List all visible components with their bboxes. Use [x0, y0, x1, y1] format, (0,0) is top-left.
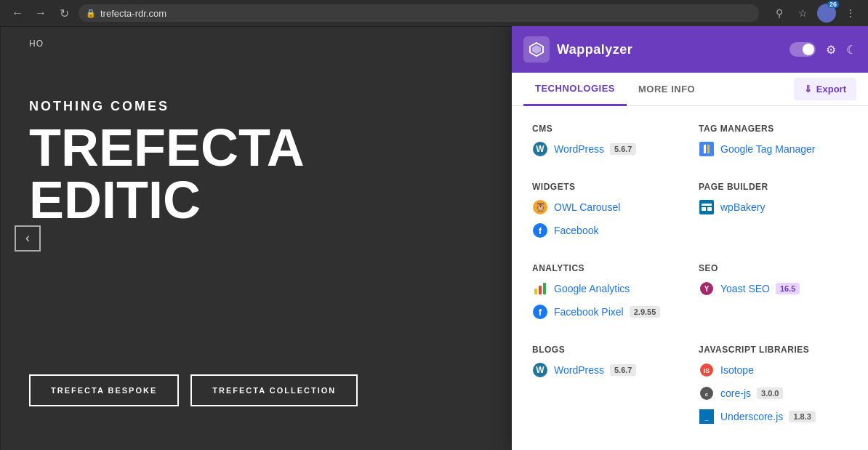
section-js-libraries-title: JavaScript libraries — [699, 345, 848, 355]
menu-button[interactable]: ⋮ — [842, 4, 859, 22]
lock-icon: 🔒 — [86, 9, 96, 18]
wordpress-cms-version: 5.6.7 — [610, 143, 636, 155]
section-cms-title: CMS — [532, 124, 681, 134]
section-widgets: Widgets 🦉 OWL Carousel f Facebook — [523, 176, 690, 257]
svg-text:c: c — [705, 391, 709, 398]
wappalyzer-theme-button[interactable]: ☾ — [846, 43, 856, 57]
corejs-link[interactable]: core-js — [720, 387, 751, 399]
section-cms: CMS W WordPress 5.6.7 — [523, 118, 690, 176]
star-button[interactable]: ☆ — [794, 4, 811, 22]
item-underscore: _ Underscore.js 1.8.3 — [699, 409, 848, 425]
nav-home[interactable]: HO — [29, 39, 44, 49]
svg-text:IS: IS — [704, 367, 710, 374]
bookmark-button[interactable]: ⚲ — [771, 4, 788, 22]
wappalyzer-title: Wappalyzer — [557, 42, 632, 57]
wappalyzer-content: CMS W WordPress 5.6.7 Tag managers — [512, 106, 868, 450]
isotope-icon: IS — [699, 362, 715, 378]
tab-more-info[interactable]: MORE INFO — [627, 73, 707, 105]
profile-button[interactable]: 26 — [817, 4, 836, 23]
wordpress-cms-icon: W — [532, 141, 548, 157]
forward-button[interactable]: → — [32, 4, 49, 22]
tab-technologies[interactable]: TECHNOLOGIES — [523, 73, 627, 106]
owl-carousel-link[interactable]: OWL Carousel — [554, 201, 620, 213]
section-tag-managers-title: Tag managers — [699, 124, 848, 134]
svg-text:Y: Y — [704, 285, 710, 293]
underscore-icon: _ — [699, 409, 715, 425]
tab-group: TECHNOLOGIES MORE INFO — [523, 73, 707, 105]
facebook-widget-icon: f — [532, 222, 548, 238]
corejs-icon: c — [699, 385, 715, 401]
svg-rect-6 — [702, 204, 712, 206]
hero-main-text: TREFECTA EDITIC — [29, 121, 305, 226]
owl-icon: 🦉 — [533, 200, 547, 214]
google-analytics-link[interactable]: Google Analytics — [554, 283, 630, 294]
reload-button[interactable]: ↻ — [55, 4, 73, 22]
facebook-pixel-icon: f — [532, 304, 548, 320]
address-bar[interactable]: 🔒 trefecta-rdr.com — [79, 4, 759, 22]
svg-marker-1 — [532, 45, 541, 54]
section-blogs: Blogs W WordPress 5.6.7 — [523, 339, 690, 443]
yoast-seo-link[interactable]: Yoast SEO — [720, 283, 770, 294]
wappalyzer-logo-icon — [523, 36, 550, 63]
item-gtm: Google Tag Manager — [699, 141, 848, 157]
item-wordpress-cms: W WordPress 5.6.7 — [532, 141, 681, 157]
wpbakery-icon — [699, 199, 715, 215]
svg-text:_: _ — [704, 413, 709, 421]
facebook-pixel-link[interactable]: Facebook Pixel — [554, 306, 624, 318]
cta-bespoke-button[interactable]: TREFECTA BESPOKE — [29, 374, 179, 406]
wappalyzer-tabs: TECHNOLOGIES MORE INFO ⇓ Export — [512, 73, 868, 106]
item-corejs: c core-js 3.0.0 — [699, 385, 848, 401]
corejs-version: 3.0.0 — [757, 387, 783, 399]
yoast-seo-version: 16.5 — [776, 283, 800, 294]
item-facebook-pixel: f Facebook Pixel 2.9.55 — [532, 304, 681, 320]
section-analytics: Analytics Google Analytics f — [523, 257, 690, 339]
svg-rect-3 — [704, 145, 706, 153]
wordpress-blog-version: 5.6.7 — [610, 364, 636, 376]
hero-subtitle: NOTHING COMES — [29, 99, 305, 114]
isotope-link[interactable]: Isotope — [720, 364, 754, 376]
item-google-analytics: Google Analytics — [532, 281, 681, 297]
underscore-version: 1.8.3 — [789, 411, 815, 422]
gtm-link[interactable]: Google Tag Manager — [720, 143, 816, 155]
section-tag-managers: Tag managers Google Tag Manager — [690, 118, 856, 176]
item-facebook-widget: f Facebook — [532, 222, 681, 238]
hero-line1: TREFECTA — [29, 121, 305, 174]
wordpress-blog-link[interactable]: WordPress — [554, 364, 604, 376]
export-button[interactable]: ⇓ Export — [794, 78, 856, 100]
hero-text: NOTHING COMES TREFECTA EDITIC — [29, 99, 305, 226]
cta-buttons: TREFECTA BESPOKE TREFECTA COLLECTION — [29, 374, 358, 406]
svg-rect-8 — [707, 207, 712, 211]
export-icon: ⇓ — [804, 84, 812, 95]
wappalyzer-settings-button[interactable]: ⚙ — [826, 43, 836, 57]
facebook-pixel-version: 2.9.55 — [630, 306, 661, 318]
wappalyzer-toggle[interactable] — [789, 42, 816, 57]
svg-rect-10 — [539, 286, 542, 294]
wpbakery-link[interactable]: wpBakery — [720, 201, 765, 213]
wp-blog-icon: W — [533, 363, 547, 377]
wappalyzer-logo: Wappalyzer — [523, 36, 632, 63]
svg-rect-11 — [543, 283, 546, 294]
wappalyzer-controls: ⚙ ☾ — [789, 42, 856, 57]
google-analytics-icon — [532, 281, 548, 297]
wappalyzer-header: Wappalyzer ⚙ ☾ — [512, 26, 868, 73]
url-text: trefecta-rdr.com — [100, 8, 166, 19]
slider-prev[interactable]: ‹ — [15, 225, 41, 252]
wordpress-blog-icon: W — [532, 362, 548, 378]
page-background: HO US NOTHING COMES TREFECTA EDITIC ‹ TR… — [0, 26, 868, 450]
item-wordpress-blog: W WordPress 5.6.7 — [532, 362, 681, 378]
wordpress-cms-link[interactable]: WordPress — [554, 143, 604, 155]
section-blogs-title: Blogs — [532, 345, 681, 355]
cta-collection-button[interactable]: TREFECTA COLLECTION — [190, 374, 358, 406]
gtm-icon — [699, 141, 715, 157]
wp-icon: W — [533, 142, 547, 156]
facebook-link[interactable]: Facebook — [554, 225, 598, 236]
section-seo-title: SEO — [699, 263, 848, 273]
svg-rect-9 — [534, 289, 537, 294]
browser-chrome: ← → ↻ 🔒 trefecta-rdr.com ⚲ ☆ 26 ⋮ — [0, 0, 868, 26]
underscore-link[interactable]: Underscore.js — [720, 411, 783, 422]
yoast-seo-icon: Y — [699, 281, 715, 297]
svg-rect-2 — [699, 142, 714, 156]
export-label: Export — [816, 84, 846, 95]
item-owl-carousel: 🦉 OWL Carousel — [532, 199, 681, 215]
back-button[interactable]: ← — [9, 4, 26, 22]
